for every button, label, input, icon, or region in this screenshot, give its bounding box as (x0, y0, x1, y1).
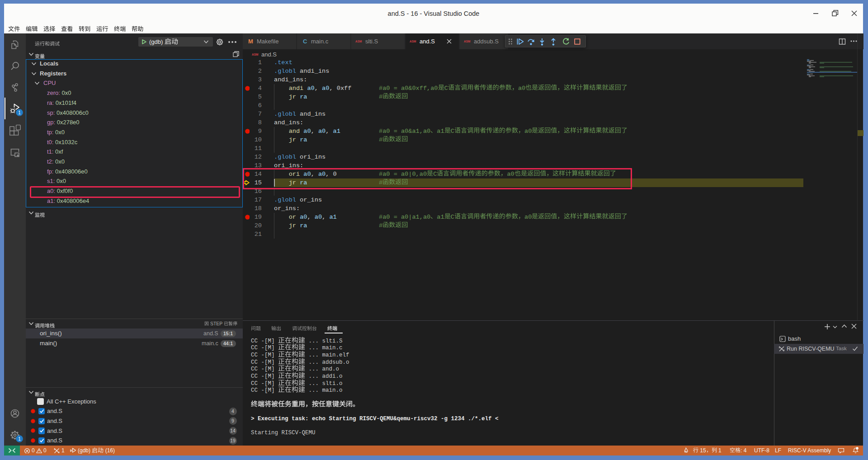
svg-text:1: 1 (18, 437, 21, 441)
svg-text:1: 1 (18, 110, 21, 115)
